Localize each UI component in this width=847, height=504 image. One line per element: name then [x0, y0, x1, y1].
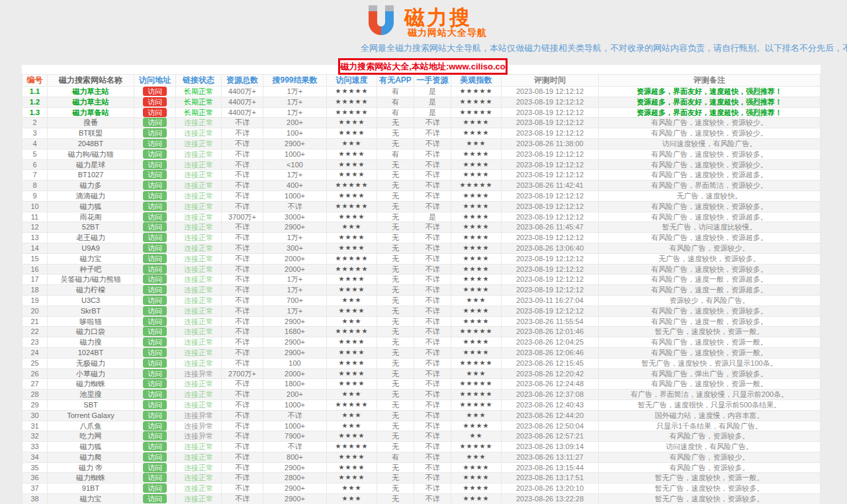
- cell-remark: 国外磁力站，速度慢，内容丰富。: [599, 410, 821, 421]
- visit-button[interactable]: 访问: [143, 118, 167, 127]
- cell-id: 4: [22, 138, 48, 149]
- cell-total: 不详: [222, 410, 263, 421]
- cell-looks: ★★★★: [451, 264, 502, 274]
- visit-button[interactable]: 访问: [143, 149, 167, 159]
- visit-button[interactable]: 访问: [143, 285, 167, 294]
- visit-button[interactable]: 访问: [143, 358, 167, 368]
- table-row: 18磁力柠檬访问连接正常不详1万+★★★★无不详★★★★2023-08-19 1…: [22, 285, 821, 296]
- cell-time: 2023-08-19 12:12:12: [502, 285, 599, 296]
- visit-button[interactable]: 访问: [143, 463, 167, 472]
- cell-id: 24: [22, 347, 48, 358]
- cell-time: 2023-08-26 13:06:40: [502, 243, 599, 253]
- visit-button[interactable]: 访问: [143, 87, 167, 96]
- cell-id: 18: [22, 285, 48, 296]
- cell-firsthand: 不详: [414, 390, 451, 400]
- visit-button[interactable]: 访问: [143, 400, 167, 409]
- cell-name: 磁力草主站: [48, 97, 134, 107]
- column-header-speed: 访问速度: [327, 75, 377, 87]
- visit-button[interactable]: 访问: [143, 442, 167, 451]
- visit-button[interactable]: 访问: [143, 108, 167, 117]
- table-row: 28池里搜访问连接正常不详200+★★★无不详★★★★★2023-08-26 1…: [22, 390, 821, 400]
- cell-app: 无: [377, 368, 414, 379]
- cell-status: 连接正常: [176, 243, 222, 253]
- cell-app: 无: [377, 170, 414, 181]
- cell-id: 12: [22, 222, 48, 233]
- visit-button[interactable]: 访问: [143, 202, 167, 211]
- visit-button[interactable]: 访问: [143, 317, 167, 326]
- cell-name: BT1027: [48, 170, 134, 181]
- cell-status: 连接正常: [176, 306, 222, 316]
- visit-button[interactable]: 访问: [143, 327, 167, 336]
- visit-button[interactable]: 访问: [143, 181, 167, 190]
- cell-results: 1万+: [263, 107, 327, 118]
- visit-button[interactable]: 访问: [143, 411, 167, 420]
- cell-remark: 暂无广告，速度较快，资源一般。: [599, 473, 821, 483]
- cell-time: 2023-08-19 12:12:12: [502, 233, 599, 243]
- visit-button[interactable]: 访问: [143, 139, 167, 148]
- cell-visit: 访问: [134, 337, 176, 348]
- visit-button[interactable]: 访问: [143, 243, 167, 253]
- cell-speed: ★★★★: [327, 452, 377, 462]
- visit-button[interactable]: 访问: [143, 128, 167, 138]
- cell-results: 不详: [263, 201, 327, 212]
- cell-results: 2900+: [263, 462, 327, 473]
- cell-time: 2023-08-26 13:17:51: [502, 473, 599, 483]
- visit-button[interactable]: 访问: [143, 337, 167, 347]
- visit-button[interactable]: 访问: [143, 222, 167, 231]
- visit-button[interactable]: 访问: [143, 431, 167, 441]
- cell-firsthand: 不详: [414, 347, 451, 358]
- cell-speed: ★★★★★: [327, 399, 377, 410]
- cell-results: 400+: [263, 181, 327, 191]
- visit-button[interactable]: 访问: [143, 97, 167, 106]
- cell-app: 无: [377, 274, 414, 285]
- visit-button[interactable]: 访问: [143, 254, 167, 263]
- cell-app: 无: [377, 316, 414, 327]
- visit-button[interactable]: 访问: [143, 421, 167, 431]
- table-row: 21哆啦猫访问连接正常不详2900+★★★无不详★★★★2023-08-26 1…: [22, 316, 821, 327]
- visit-button[interactable]: 访问: [143, 160, 167, 169]
- visit-button[interactable]: 访问: [143, 170, 167, 179]
- cell-firsthand: 不详: [414, 253, 451, 264]
- visit-button[interactable]: 访问: [143, 191, 167, 200]
- visit-button[interactable]: 访问: [143, 265, 167, 274]
- visit-button[interactable]: 访问: [143, 379, 167, 388]
- visit-button[interactable]: 访问: [143, 212, 167, 222]
- cell-speed: ★★★★★: [327, 181, 377, 191]
- visit-button[interactable]: 访问: [143, 369, 167, 378]
- visit-button[interactable]: 访问: [143, 274, 167, 284]
- cell-speed: ★★★★: [327, 285, 377, 296]
- cell-app: 有: [377, 149, 414, 159]
- cell-visit: 访问: [134, 87, 176, 97]
- cell-results: 1000+: [263, 190, 327, 201]
- cell-app: 无: [377, 138, 414, 149]
- cell-results: 700+: [263, 295, 327, 306]
- cell-app: 无: [377, 494, 414, 504]
- cell-total: 不详: [222, 233, 263, 243]
- visit-button[interactable]: 访问: [143, 494, 167, 503]
- cell-time: 2023-09-11 16:27:04: [502, 295, 599, 306]
- cell-name: 磁力蜘蛛: [48, 473, 134, 483]
- visit-button[interactable]: 访问: [143, 348, 167, 357]
- cell-status: 连接正常: [176, 316, 222, 327]
- visit-button[interactable]: 访问: [143, 483, 167, 493]
- cell-app: 无: [377, 285, 414, 296]
- cell-results: 7900+: [263, 431, 327, 442]
- cell-firsthand: 不详: [414, 181, 451, 191]
- visit-button[interactable]: 访问: [143, 473, 167, 482]
- cell-time: 2023-08-19 12:12:12: [502, 264, 599, 274]
- cell-status: 连接正常: [176, 390, 222, 400]
- cell-time: 2023-08-26 13:09:14: [502, 442, 599, 452]
- cell-speed: ★★★: [327, 295, 377, 306]
- visit-button[interactable]: 访问: [143, 306, 167, 315]
- visit-button[interactable]: 访问: [143, 296, 167, 305]
- cell-status: 连接正常: [176, 149, 222, 159]
- visit-button[interactable]: 访问: [143, 452, 167, 462]
- cell-id: 16: [22, 264, 48, 274]
- cell-time: 2023-08-19 12:12:12: [502, 118, 599, 128]
- visit-button[interactable]: 访问: [143, 233, 167, 242]
- cell-visit: 访问: [134, 358, 176, 368]
- table-row: 7BT1027访问连接正常不详1万+★★★★无不详★★★★2023-08-19 …: [22, 170, 821, 181]
- site-subtitle: 磁力网站大全导航: [408, 27, 487, 39]
- visit-button[interactable]: 访问: [143, 390, 167, 399]
- cell-total: 不详: [222, 138, 263, 149]
